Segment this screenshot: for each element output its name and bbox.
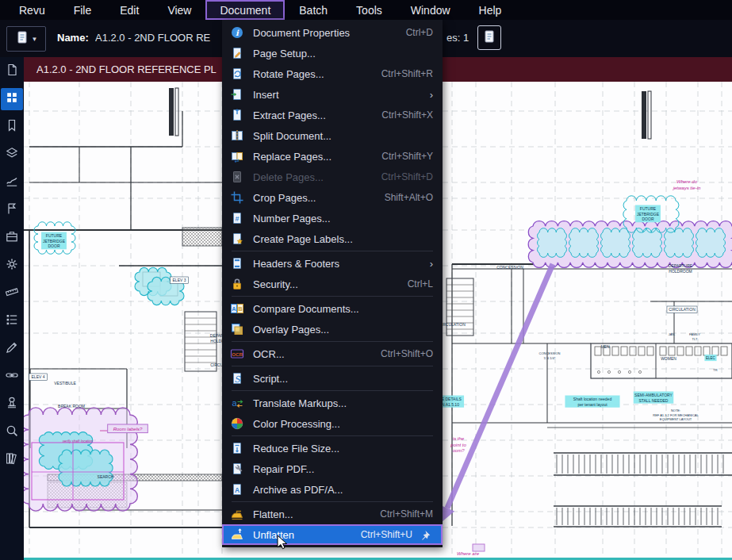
magenta-box-markup[interactable] <box>473 544 485 551</box>
plan-annotation-cyan[interactable]: ELEC <box>704 355 716 361</box>
repair-pdf-icon <box>230 462 244 476</box>
menu-item-label: Overlay Pages... <box>253 324 329 336</box>
menu-shortcut: Ctrl+Shift+X <box>381 109 433 121</box>
sidebar-item-properties[interactable] <box>1 255 23 277</box>
menu-item-insert[interactable]: Insert› <box>222 84 443 105</box>
svg-text:Where dojetways tie-in: Where dojetways tie-in <box>673 179 701 190</box>
sidebar-item-bookshelf[interactable] <box>1 449 23 471</box>
svg-text:WOMEN: WOMEN <box>661 356 676 361</box>
menu-item-rotate-pages[interactable]: Rotate Pages...Ctrl+Shift+R <box>222 63 443 84</box>
svg-text:SEMI-AMBULATORYSTALL NEEDED: SEMI-AMBULATORYSTALL NEEDED <box>634 393 673 403</box>
punch-area-markup[interactable] <box>24 408 137 511</box>
svg-text:JAN.: JAN. <box>669 332 676 336</box>
svg-text:CONCESSION: CONCESSION <box>496 265 523 270</box>
left-panel-bar <box>0 57 24 560</box>
svg-text:verify shaft location: verify shaft location <box>63 439 94 443</box>
menu-item-delete-pages: Delete Pages...Ctrl+Shift+D <box>222 167 443 187</box>
menu-revu[interactable]: Revu <box>5 0 59 20</box>
menu-item-label: Compare Documents... <box>253 303 359 315</box>
menu-item-compare-documents[interactable]: ABCompare Documents... <box>222 298 443 319</box>
document-selector[interactable]: ▼ <box>6 26 46 52</box>
sidebar-item-links[interactable] <box>1 366 23 388</box>
menu-item-extract-pages[interactable]: Extract Pages...Ctrl+Shift+X <box>222 105 443 125</box>
sidebar-item-signatures[interactable] <box>1 171 23 194</box>
menu-item-document-properties[interactable]: iDocument PropertiesCtrl+D <box>222 22 443 43</box>
plan-annotation-cyan[interactable]: FUTUREJETBRIDGEDOOR <box>635 205 661 223</box>
menu-item-color-processing[interactable]: Color Processing... <box>222 413 443 434</box>
plan-annotation-cyan[interactable]: Shaft location neededper tenant layout <box>565 396 619 408</box>
menu-document[interactable]: Document <box>205 0 285 20</box>
svg-text:a: a <box>232 398 237 408</box>
menu-item-unflatten[interactable]: UnflattenCtrl+Shift+U <box>222 524 443 545</box>
menu-item-script[interactable]: SScript... <box>222 368 443 389</box>
menu-item-reduce-file-size[interactable]: Reduce File Size... <box>222 438 443 458</box>
menu-item-create-page-labels[interactable]: Create Page Labels... <box>222 228 443 249</box>
menu-item-overlay-pages[interactable]: Overlay Pages... <box>222 319 443 339</box>
menu-edit[interactable]: Edit <box>105 0 153 20</box>
links-icon <box>5 368 19 385</box>
svg-text:OCR: OCR <box>232 351 243 357</box>
sidebar-item-search[interactable] <box>1 421 23 443</box>
menu-item-security[interactable]: Security...Ctrl+L <box>222 274 443 294</box>
menu-item-label: Headers & Footers <box>253 258 339 270</box>
menu-shortcut: Ctrl+Shift+R <box>381 68 433 79</box>
plan-annotation-label: CIRCULATION <box>667 306 697 313</box>
pin-icon[interactable] <box>420 528 433 541</box>
plan-annotation-label: JAN. <box>669 332 676 336</box>
sidebar-item-bookmarks[interactable] <box>1 116 23 138</box>
measurements-icon <box>5 285 19 302</box>
menu-item-number-pages[interactable]: #Number Pages... <box>222 208 443 228</box>
page-setup-button[interactable] <box>477 25 501 50</box>
menu-item-repair-pdf[interactable]: Repair PDF... <box>222 458 443 479</box>
menu-tools[interactable]: Tools <box>342 0 397 20</box>
number-pages-icon: # <box>230 211 244 225</box>
sidebar-item-forms[interactable] <box>1 338 23 360</box>
menu-help[interactable]: Help <box>465 0 516 20</box>
menu-item-flatten[interactable]: Flatten...Ctrl+Shift+M <box>222 504 443 524</box>
menu-item-replace-pages[interactable]: ⇄Replace Pages...Ctrl+Shift+Y <box>222 146 443 167</box>
sidebar-item-measurements[interactable] <box>1 282 23 305</box>
future-jetbridge-markup[interactable] <box>528 221 732 268</box>
plan-annotation-magenta[interactable]: Where are <box>457 551 480 556</box>
sidebar-item-stamps[interactable] <box>1 393 23 416</box>
layers-icon <box>5 146 19 163</box>
sidebar-item-tool-chest[interactable] <box>1 227 23 249</box>
sidebar-item-thumbnails[interactable] <box>1 88 23 110</box>
plan-annotation-magenta[interactable]: verify shaft location <box>63 439 94 443</box>
menu-item-label: Split Document... <box>253 130 332 142</box>
menu-file[interactable]: File <box>59 0 106 20</box>
replace-pages-icon: ⇄ <box>230 149 244 163</box>
menu-item-page-setup[interactable]: Page Setup... <box>222 43 443 63</box>
svg-text:Room labels?: Room labels? <box>113 427 143 432</box>
menu-item-translate-markups[interactable]: aTranslate Markups... <box>222 393 443 413</box>
menu-shortcut: Ctrl+Shift+U <box>361 529 412 540</box>
plan-annotation-label: ELEV 3 <box>171 277 189 284</box>
svg-text:TR: TR <box>713 368 717 372</box>
menu-item-label: OCR... <box>253 348 285 360</box>
document-tab[interactable]: A1.2.0 - 2ND FLOOR REFERENCE PL <box>36 63 217 75</box>
menu-separator <box>232 435 433 436</box>
sidebar-item-flags[interactable] <box>1 199 23 221</box>
sidebar-item-file-access[interactable] <box>1 60 23 82</box>
document-name: A1.2.0 - 2ND FLOOR RE <box>95 32 220 44</box>
menu-item-archive-as-pdf-a[interactable]: AArchive as PDF/A... <box>222 479 443 500</box>
plan-annotation-cyan[interactable]: SEMI-AMBULATORYSTALL NEEDED <box>634 392 674 404</box>
menu-window[interactable]: Window <box>397 0 465 20</box>
plan-annotation-magenta[interactable]: Where dojetways tie-in <box>673 179 701 190</box>
sidebar-item-markup-list[interactable] <box>1 310 23 332</box>
svg-text:B: B <box>238 305 243 313</box>
color-processing-icon <box>230 416 244 431</box>
menu-item-crop-pages[interactable]: Crop Pages...Shift+Alt+O <box>222 187 443 208</box>
overlay-pages-icon <box>230 322 244 336</box>
menu-view[interactable]: View <box>153 0 205 20</box>
menu-item-ocr[interactable]: OCROCR...Ctrl+Shift+O <box>222 343 443 364</box>
menu-batch[interactable]: Batch <box>285 0 342 20</box>
thumbnails-icon <box>5 90 19 108</box>
plan-annotation-cyan[interactable]: FUTUREJETBRIDGEDOOR <box>41 232 67 250</box>
sidebar-item-layers[interactable] <box>1 144 23 166</box>
rotate-pages-icon <box>230 67 244 81</box>
menu-separator <box>232 501 433 502</box>
menu-item-split-document[interactable]: Split Document... <box>222 125 443 146</box>
menu-item-headers-footers[interactable]: Headers & Footers› <box>222 253 443 274</box>
svg-text:ELEV 4: ELEV 4 <box>32 374 45 379</box>
